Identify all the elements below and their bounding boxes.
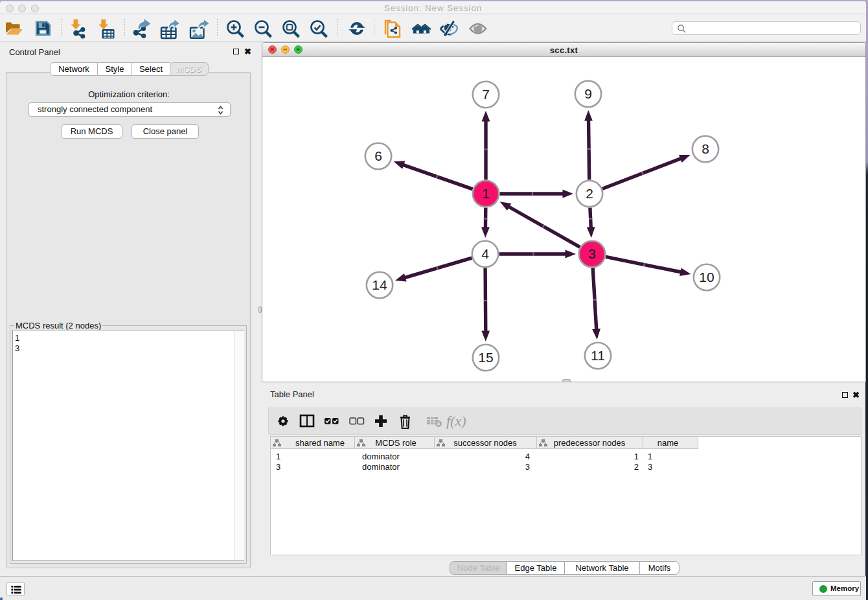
svg-text:dominator: dominator xyxy=(362,452,400,461)
svg-text:MCDS role: MCDS role xyxy=(375,438,417,448)
svg-text:7: 7 xyxy=(482,87,490,102)
svg-text:predecessor nodes: predecessor nodes xyxy=(554,438,626,448)
svg-text:1: 1 xyxy=(634,452,639,461)
svg-text:9: 9 xyxy=(584,86,592,101)
svg-text:3: 3 xyxy=(648,462,652,472)
svg-text:1: 1 xyxy=(648,452,652,461)
svg-text:dominator: dominator xyxy=(362,462,400,472)
svg-text:14: 14 xyxy=(372,277,387,292)
svg-text:8: 8 xyxy=(702,141,709,156)
svg-text:4: 4 xyxy=(525,452,530,461)
svg-text:15: 15 xyxy=(478,350,493,365)
svg-text:shared name: shared name xyxy=(295,438,345,448)
svg-text:11: 11 xyxy=(591,348,605,363)
svg-text:f(x): f(x) xyxy=(446,413,466,429)
svg-text:10: 10 xyxy=(699,270,714,284)
svg-text:4: 4 xyxy=(481,246,489,261)
svg-text:3: 3 xyxy=(525,462,530,472)
svg-text:1: 1 xyxy=(276,452,280,461)
svg-text:name: name xyxy=(657,438,679,448)
svg-text:successor nodes: successor nodes xyxy=(453,438,517,448)
svg-text:3: 3 xyxy=(588,246,596,261)
svg-text:3: 3 xyxy=(276,462,280,472)
svg-text:2: 2 xyxy=(586,186,593,201)
svg-text:6: 6 xyxy=(374,148,382,163)
svg-text:1: 1 xyxy=(482,186,490,201)
svg-text:2: 2 xyxy=(634,462,639,472)
